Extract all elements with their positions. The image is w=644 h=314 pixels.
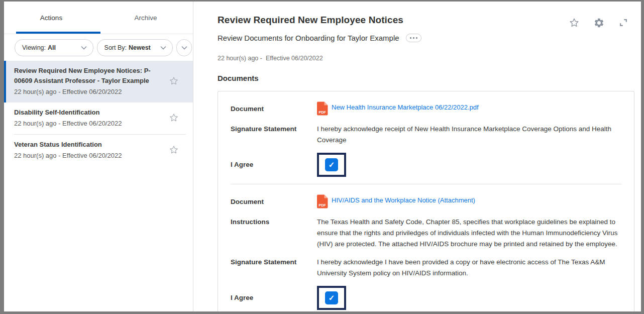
app-window: Actions Archive Viewing: All Sort By: Ne…: [4, 2, 641, 311]
agree-checkbox-checked[interactable]: ✓: [325, 158, 338, 171]
task-detail-pane: Review Required New Employee Notices: [194, 2, 641, 311]
inbox-item-text: Veteran Status Identification 22 hour(s)…: [14, 140, 169, 160]
document-label: Document: [231, 194, 304, 207]
ellipsis-icon: [413, 37, 414, 39]
more-filters-button[interactable]: [176, 39, 192, 56]
sort-by-dropdown[interactable]: Sort By: Newest: [97, 39, 173, 56]
inbox-item-review-notices[interactable]: Review Required New Employee Notices: P-…: [4, 61, 193, 102]
agree-checkbox-highlight: ✓: [317, 286, 346, 310]
inbox-item-veteran[interactable]: Veteran Status Identification 22 hour(s)…: [4, 135, 193, 166]
inbox-item-list: Review Required New Employee Notices: P-…: [4, 61, 193, 166]
gear-icon[interactable]: [593, 17, 604, 28]
signature-statement-row: Signature Statement I hereby acknowledge…: [231, 257, 622, 279]
header-icons: [569, 17, 629, 28]
viewing-label: Viewing:: [22, 44, 46, 51]
signature-statement-text: I hereby acknowledge receipt of New Heal…: [317, 124, 622, 146]
instructions-row: Instructions The Texas Health and Safety…: [231, 217, 622, 250]
instructions-label: Instructions: [231, 217, 304, 228]
sidebar-filters: Viewing: All Sort By: Newest: [4, 34, 193, 61]
inbox-item-meta: 22 hour(s) ago - Effective 06/20/2022: [14, 87, 164, 96]
inbox-sidebar: Actions Archive Viewing: All Sort By: Ne…: [4, 2, 193, 311]
row-separator: [231, 184, 622, 184]
pdf-icon: PDF: [317, 101, 328, 116]
favorite-star-icon[interactable]: [169, 140, 179, 160]
inbox-item-title: Disability Self-Identification: [14, 108, 164, 118]
document-link[interactable]: HIV/AIDS and the Workplace Notice (Attac…: [332, 194, 475, 204]
signature-statement-label: Signature Statement: [231, 257, 304, 268]
document-label: Document: [231, 101, 304, 115]
expand-icon[interactable]: [618, 17, 629, 28]
active-tab-indicator: [16, 32, 100, 34]
document-link[interactable]: New Health Insurance Marketplace 06/22/2…: [332, 101, 479, 111]
tab-actions-label: Actions: [40, 14, 62, 22]
chevron-down-icon: [181, 46, 187, 50]
checkmark-icon: ✓: [329, 293, 335, 302]
i-agree-label: I Agree: [231, 153, 304, 170]
signature-statement-row: Signature Statement I hereby acknowledge…: [231, 124, 622, 146]
tab-archive-label: Archive: [134, 14, 157, 22]
checkmark-icon: ✓: [329, 160, 335, 169]
favorite-star-icon[interactable]: [169, 108, 179, 128]
inbox-item-meta: 22 hour(s) ago - Effective 06/20/2022: [14, 119, 164, 128]
agree-checkbox-checked[interactable]: ✓: [325, 291, 338, 304]
viewing-value: All: [48, 44, 56, 51]
documents-section-heading: Documents: [218, 74, 641, 82]
svg-text:PDF: PDF: [319, 111, 327, 114]
sidebar-tabbar: Actions Archive: [4, 2, 193, 34]
chevron-down-icon: [76, 46, 87, 50]
favorite-star-icon[interactable]: [169, 66, 179, 96]
signature-statement-text: I hereby acknowledge I have been provide…: [317, 257, 622, 279]
agree-checkbox-highlight: ✓: [317, 153, 346, 177]
documents-panel: Document PDF New Health Insurance Market…: [218, 91, 634, 311]
task-subtitle: Review Documents for Onboarding for Tayl…: [218, 34, 399, 42]
task-meta: 22 hour(s) ago - Effective 06/20/2022: [218, 55, 641, 62]
tab-archive[interactable]: Archive: [98, 2, 193, 34]
viewing-dropdown[interactable]: Viewing: All: [15, 39, 93, 56]
i-agree-row: I Agree ✓: [231, 153, 622, 177]
signature-statement-label: Signature Statement: [231, 124, 304, 135]
favorite-star-icon[interactable]: [569, 17, 580, 28]
document-row: Document PDF New Health Insurance Market…: [231, 101, 622, 116]
svg-text:PDF: PDF: [319, 203, 327, 207]
i-agree-label: I Agree: [231, 286, 304, 303]
inbox-item-meta: 22 hour(s) ago - Effective 06/20/2022: [14, 151, 164, 160]
inbox-item-title: Veteran Status Identification: [14, 140, 164, 150]
instructions-text: The Texas Health and Safety Code, Chapte…: [317, 217, 622, 250]
inbox-item-disability[interactable]: Disability Self-Identification 22 hour(s…: [4, 102, 193, 134]
chevron-down-icon: [155, 46, 166, 50]
inbox-item-text: Review Required New Employee Notices: P-…: [14, 66, 169, 96]
inbox-item-title: Review Required New Employee Notices: P-…: [14, 66, 164, 86]
subtitle-row: Review Documents for Onboarding for Tayl…: [218, 34, 641, 42]
i-agree-row: I Agree ✓: [231, 286, 622, 310]
document-row: Document PDF HIV/AIDS and the Workplace …: [231, 194, 622, 208]
pdf-icon: PDF: [317, 194, 328, 208]
sort-by-label: Sort By:: [104, 44, 127, 51]
tab-actions[interactable]: Actions: [4, 2, 98, 34]
ellipsis-icon: [410, 37, 411, 39]
sort-by-value: Newest: [129, 44, 151, 51]
ellipsis-icon: [416, 37, 417, 39]
selected-item-bar: [4, 61, 6, 102]
inbox-item-text: Disability Self-Identification 22 hour(s…: [14, 108, 169, 128]
related-actions-button[interactable]: [406, 34, 421, 42]
